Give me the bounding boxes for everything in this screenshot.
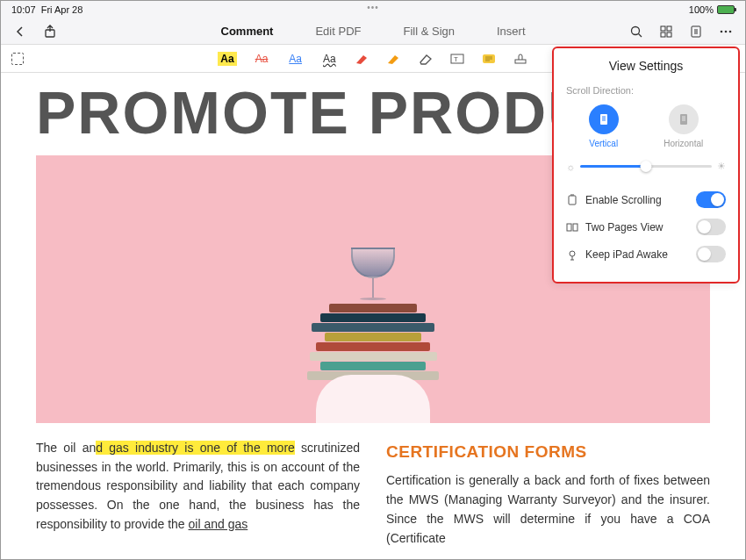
keep-awake-toggle[interactable] xyxy=(696,246,726,262)
textbox-tool[interactable]: T xyxy=(449,53,465,65)
marker-red-icon[interactable] xyxy=(355,53,370,65)
horizontal-icon xyxy=(669,104,699,134)
sun-low-icon: ☼ xyxy=(566,162,575,172)
sun-high-icon: ☀ xyxy=(717,161,726,172)
selection-tool[interactable] xyxy=(11,53,24,65)
stamp-tool[interactable] xyxy=(513,53,528,65)
battery-icon xyxy=(717,5,735,14)
grid-icon[interactable] xyxy=(659,25,673,39)
brightness-slider[interactable]: ☼ ☀ xyxy=(566,161,726,172)
eraser-icon[interactable] xyxy=(418,53,434,65)
panel-title: View Settings xyxy=(566,59,726,73)
svg-point-7 xyxy=(721,30,723,32)
scroll-horizontal-option[interactable]: Horizontal xyxy=(664,104,703,148)
svg-rect-14 xyxy=(600,114,607,125)
vertical-icon xyxy=(589,104,619,134)
keep-awake-label: Keep iPad Awake xyxy=(585,248,668,261)
svg-point-1 xyxy=(632,26,640,34)
battery-label: 100% xyxy=(689,4,714,15)
enable-scrolling-label: Enable Scrolling xyxy=(585,194,662,206)
two-pages-label: Two Pages View xyxy=(585,221,664,233)
svg-text:T: T xyxy=(454,55,458,63)
svg-point-8 xyxy=(725,30,728,32)
scroll-icon xyxy=(566,194,578,206)
svg-rect-16 xyxy=(569,196,576,205)
two-pages-icon xyxy=(566,221,578,233)
highlight-tool[interactable]: Aa xyxy=(218,52,236,66)
back-button[interactable] xyxy=(13,25,27,39)
more-icon[interactable] xyxy=(719,25,733,39)
tab-edit-pdf[interactable]: Edit PDF xyxy=(315,21,361,41)
svg-rect-15 xyxy=(680,114,687,125)
tab-fill-sign[interactable]: Fill & Sign xyxy=(403,21,455,41)
scroll-vertical-option[interactable]: Vertical xyxy=(589,104,619,148)
window-drag-dots[interactable]: ••• xyxy=(367,3,379,12)
svg-rect-2 xyxy=(661,26,665,31)
column-left: The oil and gas industry is one of the m… xyxy=(36,439,360,548)
view-settings-panel: View Settings Scroll Direction: Vertical… xyxy=(552,47,740,284)
status-time-date: 10:07 Fri Apr 28 xyxy=(11,4,82,15)
enable-scrolling-toggle[interactable] xyxy=(696,191,726,208)
underline-tool[interactable]: Aa xyxy=(286,52,305,66)
marker-orange-icon[interactable] xyxy=(386,53,402,65)
svg-rect-4 xyxy=(661,32,665,37)
svg-rect-3 xyxy=(667,26,671,31)
svg-rect-13 xyxy=(515,60,526,63)
search-icon[interactable] xyxy=(629,25,643,39)
note-tool[interactable] xyxy=(481,53,497,65)
page-settings-icon[interactable] xyxy=(689,25,703,39)
tab-comment[interactable]: Comment xyxy=(220,21,273,41)
section-heading: CERTIFICATION FORMS xyxy=(386,439,710,464)
svg-rect-5 xyxy=(667,32,671,37)
highlighted-text: d gas industry is one of the more xyxy=(96,441,295,455)
squiggle-tool[interactable]: Aa xyxy=(320,52,339,66)
column-right: CERTIFICATION FORMS Certification is gen… xyxy=(386,439,710,548)
share-button[interactable] xyxy=(43,25,57,39)
svg-point-9 xyxy=(729,30,732,32)
tab-insert[interactable]: Insert xyxy=(497,21,526,41)
svg-point-19 xyxy=(570,251,575,256)
underlined-text: oil and gas xyxy=(189,517,248,531)
two-pages-toggle[interactable] xyxy=(696,219,726,235)
strikethrough-tool[interactable]: Aa xyxy=(253,52,271,66)
scroll-direction-label: Scroll Direction: xyxy=(566,85,726,96)
awake-icon xyxy=(566,248,578,261)
svg-rect-17 xyxy=(567,224,571,231)
svg-rect-18 xyxy=(573,224,577,231)
